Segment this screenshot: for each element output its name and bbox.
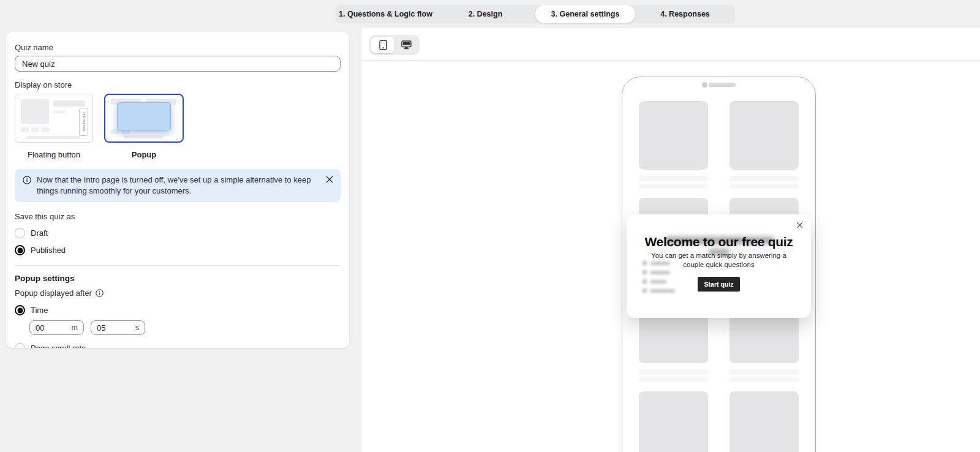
minutes-input[interactable] [36, 323, 60, 333]
store-preview-area: Welcome to our free quiz You can get a m… [361, 28, 980, 452]
tab-questions-logic-flow[interactable]: 1. Questions & Logic flow [336, 5, 435, 23]
placeholder-card [639, 101, 708, 189]
popup-thumbnail [104, 94, 184, 143]
quiz-popup-preview: Welcome to our free quiz You can get a m… [627, 214, 811, 318]
quiz-popup-subtitle: You can get a match simply by answering … [644, 251, 794, 269]
radio-published[interactable]: Published [15, 245, 341, 255]
phone-notch [622, 82, 815, 88]
floating-button-label: Floating button [28, 150, 80, 159]
radio-draft[interactable]: Draft [15, 228, 341, 238]
display-options-row: Take the quiz Floating button Popup [15, 94, 341, 159]
section-divider [15, 265, 341, 266]
banner-text: Now that the Intro page is turned off, w… [37, 175, 314, 197]
radio-page-scroll-rate-label: Page scroll rate [31, 344, 86, 348]
radio-time[interactable]: Time [15, 305, 341, 315]
blurred-option [643, 270, 670, 274]
mobile-icon [379, 40, 387, 50]
info-icon[interactable] [96, 289, 104, 297]
popup-label: Popup [132, 150, 156, 159]
quiz-popup-title: Welcome to our free quiz [627, 235, 811, 249]
save-quiz-as-label: Save this quiz as [15, 212, 341, 221]
radio-published-label: Published [31, 246, 66, 255]
seconds-input[interactable] [97, 323, 121, 333]
time-inputs-row: m s [29, 320, 341, 335]
floating-button-thumbnail: Take the quiz [15, 94, 93, 143]
popup-displayed-after-label: Popup displayed after [15, 288, 92, 298]
radio-time-label: Time [31, 306, 48, 315]
radio-draft-circle[interactable] [15, 228, 25, 238]
popup-close-icon[interactable] [796, 222, 803, 228]
desktop-view-button[interactable] [394, 37, 418, 53]
placeholder-card [729, 101, 799, 189]
seconds-box: s [91, 320, 145, 335]
radio-page-scroll-rate[interactable]: Page scroll rate [15, 343, 341, 348]
seconds-suffix: s [135, 323, 139, 332]
popup-thumbnail-modal [117, 102, 171, 130]
quiz-name-label: Quiz name [15, 43, 341, 52]
desktop-icon [401, 40, 412, 50]
mobile-view-button[interactable] [371, 37, 394, 53]
minutes-box: m [29, 320, 84, 335]
banner-close-icon[interactable] [326, 176, 333, 183]
tab-design[interactable]: 2. Design [435, 5, 535, 23]
take-the-quiz-tab: Take the quiz [79, 108, 88, 136]
quiz-name-input[interactable] [15, 56, 341, 72]
device-toggle [369, 35, 420, 55]
blurred-option [643, 279, 666, 284]
tab-general-settings[interactable]: 3. General settings [535, 5, 635, 23]
radio-time-circle[interactable] [15, 305, 25, 315]
tab-responses[interactable]: 4. Responses [635, 5, 735, 23]
radio-published-circle[interactable] [15, 245, 25, 255]
radio-page-scroll-rate-circle[interactable] [15, 343, 25, 348]
start-quiz-button[interactable]: Start quiz [698, 277, 741, 292]
intro-page-info-banner: Now that the Intro page is turned off, w… [15, 169, 341, 202]
minutes-suffix: m [72, 323, 78, 332]
blurred-option [643, 288, 675, 293]
radio-draft-label: Draft [31, 228, 48, 238]
popup-settings-heading: Popup settings [15, 274, 341, 283]
general-settings-panel: Quiz name Display on store Take the quiz… [6, 32, 349, 348]
popup-displayed-after-row: Popup displayed after [15, 288, 341, 298]
step-tabbar: 1. Questions & Logic flow 2. Design 3. G… [336, 5, 735, 23]
display-option-popup[interactable]: Popup [104, 94, 184, 159]
info-icon [23, 176, 31, 187]
display-option-floating-button[interactable]: Take the quiz Floating button [15, 94, 93, 159]
display-on-store-label: Display on store [15, 80, 341, 89]
placeholder-card [729, 391, 799, 452]
preview-header [361, 28, 980, 61]
placeholder-card [639, 391, 708, 452]
